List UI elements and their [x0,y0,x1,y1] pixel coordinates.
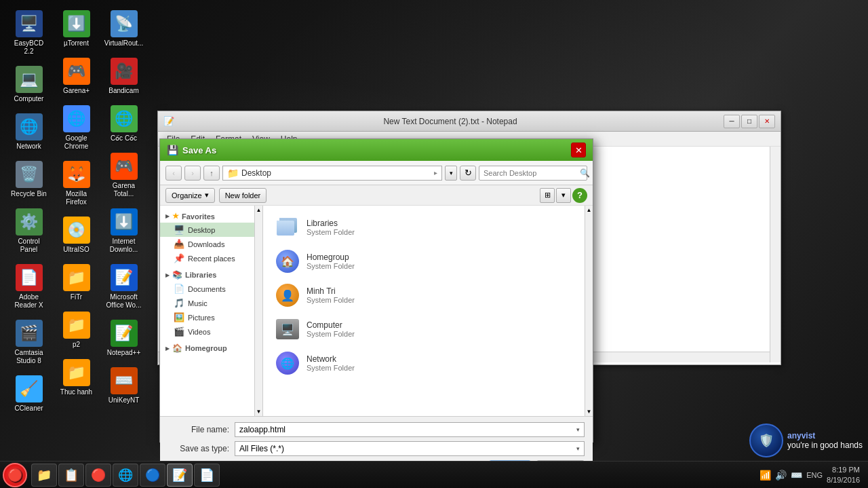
recycle-icon: 🗑️ [16,161,43,188]
desktop-icon-easybcd[interactable]: 🖥️ EasyBCD 2.2 [7,7,51,59]
libraries-type: System Folder [307,228,355,236]
file-item-minhtri[interactable]: 👤 Minh Tri System Folder [269,279,579,312]
tray-date: 8/19/2016 [827,475,860,485]
tray-icon-3[interactable]: ⌨️ [791,470,802,481]
cococ-icon: 🌐 [111,105,138,132]
desktop-icon-msoffice[interactable]: 📝 Microsoft Office Wo... [102,261,146,313]
taskbar-btn3[interactable]: 🔴 [85,464,111,487]
pictures-nav-icon: 🖼️ [174,312,184,322]
desktop-icon-notepadpp[interactable]: 📝 Notepad++ [102,316,146,360]
desktop-icon-bandicam[interactable]: 🎥 Bandicam [102,54,146,98]
nav-scroll-down[interactable]: ▼ [255,407,263,416]
desktop-icon-firefox[interactable]: 🦊 Mozilla Firefox [54,157,98,210]
desktop-icon-camtasia[interactable]: 🎬 Camtasia Studio 8 [7,316,51,369]
location-bar[interactable]: 📁 Desktop ▸ [222,166,442,181]
libraries-header[interactable]: ▸ 📚 Libraries [160,268,254,282]
search-box[interactable]: 🔍 [479,166,587,181]
search-input[interactable] [484,169,577,177]
watermark-slogan: you're in good hands [787,440,863,450]
desktop-icon-computer[interactable]: 💻 Computer [7,62,51,107]
organize-btn[interactable]: Organize ▾ [165,188,215,203]
desktop-icon-ultraiso[interactable]: 💿 UltraISO [54,213,98,257]
desktop-icon-virtualrouter[interactable]: 📡 VirtualRout... [102,7,146,51]
content-scroll-down[interactable]: ▼ [585,407,593,416]
file-item-homegroup[interactable]: 🏠 Homegroup System Folder [269,245,579,278]
nav-item-pictures[interactable]: 🖼️ Pictures [160,310,254,324]
desktop-icon-recycle[interactable]: 🗑️ Recycle Bin [7,157,51,202]
nav-item-documents[interactable]: 📄 Documents [160,282,254,296]
nav-item-recentplaces[interactable]: 📌 Recent places [160,251,254,265]
nav-item-videos[interactable]: 🎬 Videos [160,324,254,339]
computer-file-icon: 🖥️ [275,317,300,341]
view-details-btn[interactable]: ▾ [556,188,571,203]
network-file-info: Network System Folder [307,354,355,372]
nav-back-btn[interactable]: ‹ [165,166,182,181]
file-item-network[interactable]: 🌐 Network System Folder [269,347,579,379]
unikeyvnt-label: UniKeyNT [108,396,140,405]
tray-icon-1[interactable]: 📶 [760,470,771,481]
savetype-field[interactable]: All Files (*.*) ▾ [235,441,585,456]
help-btn[interactable]: ? [572,188,587,203]
notepad-vscrollbar[interactable] [770,147,781,362]
taskbar-btn7[interactable]: 📄 [194,464,220,487]
desktop-icon-p2[interactable]: 📁 p2 [54,308,98,352]
desktop-icon-utorrent[interactable]: ⬇️ µTorrent [54,7,98,51]
desktop-icon-internet[interactable]: ⬇️ Internet Downlo... [102,205,146,257]
homegroup-section: ▸ 🏠 Homegroup [160,340,254,356]
desktop-icon-network[interactable]: 🌐 Network [7,110,51,154]
network-icon: 🌐 [16,113,43,140]
nav-item-downloads[interactable]: 📥 Downloads [160,237,254,251]
nav-music-label: Music [188,299,208,307]
content-scrollbar[interactable]: ▲ ▼ [585,206,593,416]
taskbar: 🔴 📁 📋 🔴 🌐 🔵 📝 📄 📶 🔊 ⌨️ ENG 8:19 PM 8/19/… [0,461,868,488]
desktop-icon-adobereader[interactable]: 📄 Adobe Reader X [7,261,51,313]
desktop-icon-garena[interactable]: 🎮 Garena+ [54,54,98,98]
nav-forward-btn[interactable]: › [184,166,201,181]
file-item-libraries[interactable]: Libraries System Folder [269,211,579,244]
filename-field[interactable]: zaloapp.html ▾ [235,422,585,437]
minhtri-name: Minh Tri [307,286,355,296]
favorites-header[interactable]: ▸ ★ Favorites [160,210,254,223]
desktop-icon-ccleaner[interactable]: 🧹 CCleaner [7,372,51,416]
nav-videos-label: Videos [188,328,210,336]
taskbar-btn4[interactable]: 🌐 [113,464,138,487]
content-scroll-up[interactable]: ▲ [585,206,593,214]
nav-up-btn[interactable]: ↑ [203,166,220,181]
notepad-close-btn[interactable]: ✕ [759,115,775,128]
desktop-icon-fitr[interactable]: 📁 FiTr [54,261,98,305]
desktop-icon-googlechrome[interactable]: 🌐 Google Chrome [54,102,98,154]
start-button[interactable]: 🔴 [3,463,27,487]
refresh-btn[interactable]: ↻ [460,166,476,181]
computer-name: Computer [307,320,355,330]
libraries-file-info: Libraries System Folder [307,219,355,236]
notepad-maximize-btn[interactable]: □ [741,115,757,128]
nav-scrollbar[interactable]: ▲ ▼ [255,206,263,416]
secondary-toolbar: Organize ▾ New folder ⊞ ▾ ? [160,185,593,206]
view-options: ⊞ ▾ ? [540,188,587,203]
desktop-icon-unikeyvnt[interactable]: ⌨️ UniKeyNT [102,364,146,408]
nav-scroll-up[interactable]: ▲ [255,206,263,214]
saveas-close-btn[interactable]: ✕ [571,143,586,157]
nav-item-music[interactable]: 🎵 Music [160,296,254,310]
notepad-minimize-btn[interactable]: ─ [724,115,740,128]
taskbar-btn2[interactable]: 📋 [58,464,84,487]
tray-time-area[interactable]: 8:19 PM 8/19/2016 [827,465,860,485]
homegroup-header[interactable]: ▸ 🏠 Homegroup [160,341,254,355]
desktop-icon-cococ[interactable]: 🌐 Cốc Cốc [102,102,146,146]
desktop-nav-icon: 🖥️ [174,225,184,235]
taskbar-btn6[interactable]: 📝 [167,464,193,487]
taskbar-btn5[interactable]: 🔵 [140,464,165,487]
desktop-icon-thuchanh[interactable]: 📁 Thuc hanh [54,356,98,400]
location-dropdown[interactable]: ▾ [445,166,457,181]
nav-item-desktop[interactable]: 🖥️ Desktop [160,223,254,237]
file-item-computer[interactable]: 🖥️ Computer System Folder [269,313,579,345]
view-toggle-btn[interactable]: ⊞ [540,188,555,203]
new-folder-btn[interactable]: New folder [219,188,267,203]
desktop-icon-garenatotal[interactable]: 🎮 Garena Total... [102,149,146,202]
system-tray: 📶 🔊 ⌨️ ENG 8:19 PM 8/19/2016 [754,465,865,485]
notepad-title: New Text Document (2).txt - Notepad [178,117,722,126]
desktop-icon-controlpanel[interactable]: ⚙️ Control Panel [7,205,51,257]
tray-icon-2[interactable]: 🔊 [775,470,787,481]
taskbar-file-explorer[interactable]: 📁 [31,464,57,487]
homegroup-arrow-icon: ▸ [165,344,170,353]
